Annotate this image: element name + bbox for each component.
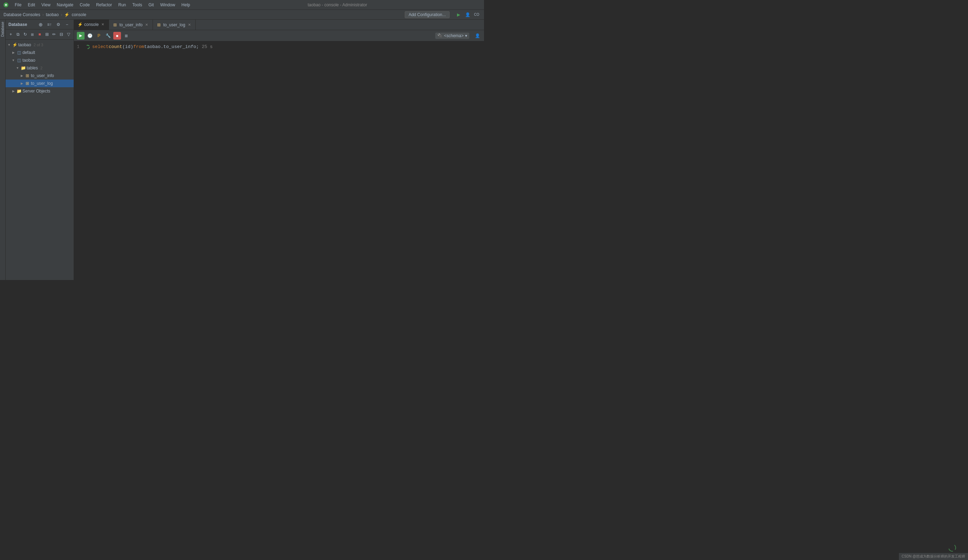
schema-arrow: ▾ [465, 33, 467, 38]
breadcrumb-taobao[interactable]: taobao [46, 12, 59, 17]
menu-bar: File Edit View Navigate Code Refactor Ru… [0, 0, 484, 10]
run-toolbar: ▶ 👤 CO [454, 11, 481, 18]
menu-run[interactable]: Run [115, 2, 129, 8]
db-datasource-icon[interactable]: ⊞ [30, 30, 36, 38]
db-pencil-icon[interactable]: ✏ [51, 30, 57, 38]
breadcrumb-database-consoles[interactable]: Database Consoles [3, 12, 40, 17]
menu-view[interactable]: View [38, 2, 53, 8]
db-settings-icon[interactable]: ⚙ [55, 21, 62, 28]
icon-to-user-log-table: ⊞ [25, 81, 30, 86]
tree-item-taobao-schema[interactable]: ▼ ◫ taobao [6, 56, 74, 64]
tab-console[interactable]: ⚡ console ✕ [74, 20, 109, 30]
menu-edit[interactable]: Edit [25, 2, 38, 8]
db-image-icon[interactable]: ⊟ [58, 30, 65, 38]
editor-tabs-bar: ⚡ console ✕ ⊞ to_user_info ✕ ⊞ to_user_l… [74, 20, 484, 30]
wrench-button[interactable]: 🔧 [104, 32, 112, 40]
arrow-default: ▶ [11, 50, 15, 55]
tree-label-default: default [22, 50, 35, 55]
tab-to-user-info-label: to_user_info [119, 22, 143, 27]
editor-area: ⚡ console ✕ ⊞ to_user_info ✕ ⊞ to_user_l… [74, 20, 484, 280]
profile-icon-button[interactable]: 👤 [464, 11, 471, 18]
icon-taobao-schema: ◫ [17, 58, 22, 63]
menu-help[interactable]: Help [179, 2, 193, 8]
app-icon [3, 2, 9, 8]
arrow-to-user-info: ▶ [20, 74, 24, 78]
schema-label: <schema> [444, 33, 464, 38]
icon-tables-folder: 📁 [21, 66, 26, 71]
svg-point-1 [86, 45, 90, 49]
code-fn-count: count [109, 44, 123, 50]
tab-to-user-log-close[interactable]: ✕ [187, 22, 192, 27]
menu-refactor[interactable]: Refactor [93, 2, 115, 8]
arrow-taobao-schema: ▼ [11, 58, 15, 63]
menu-window[interactable]: Window [157, 2, 178, 8]
db-refresh-icon[interactable]: ↻ [22, 30, 28, 38]
database-tree: ▼ ⚡ taobao 2 of 3 ▶ ◫ default ▼ ◫ taobao… [6, 40, 74, 280]
run-query-button[interactable]: ▶ [77, 32, 85, 40]
to-user-info-tab-icon: ⊞ [113, 22, 118, 27]
tree-item-to-user-log[interactable]: ▶ ⊞ to_user_log [6, 79, 74, 87]
db-filter-icon[interactable]: ▽ [66, 30, 72, 38]
tree-item-tables[interactable]: ▼ 📁 tables 2 [6, 64, 74, 72]
editor-toolbar: ▶ 🕐 P 🔧 ■ ≣ 🔌 <schema> ▾ 👤 [74, 30, 484, 41]
run-icon-button[interactable]: ▶ [454, 11, 462, 18]
running-indicator [85, 45, 92, 50]
db-copy-icon[interactable]: ⧉ [15, 30, 22, 38]
arrow-to-user-log: ▶ [20, 81, 24, 86]
menu-code[interactable]: Code [77, 2, 93, 8]
code-arg-id: id [125, 44, 131, 50]
tree-item-default[interactable]: ▶ ◫ default [6, 49, 74, 56]
to-user-log-tab-icon: ⊞ [156, 22, 161, 27]
icon-server-objects-folder: 📁 [17, 89, 22, 94]
console-tab-icon: ⚡ [78, 22, 83, 27]
user-profile-icon[interactable]: 👤 [474, 32, 481, 40]
editor-content[interactable]: 1 select count ( id ) from taobao.to_use… [74, 41, 484, 280]
tree-item-taobao-root[interactable]: ▼ ⚡ taobao 2 of 3 [6, 41, 74, 49]
add-configuration-button[interactable]: Add Configuration... [405, 11, 450, 18]
tree-item-server-objects[interactable]: ▶ 📁 Server Objects [6, 87, 74, 95]
breadcrumb-bar: Database Consoles › taobao › ⚡ console A… [0, 10, 484, 20]
code-keyword-select: select [92, 44, 109, 50]
user-icon-area: 👤 [474, 32, 481, 40]
menu-tools[interactable]: Tools [129, 2, 145, 8]
tree-badge-taobao: 2 of 3 [34, 43, 43, 47]
db-minimize-icon[interactable]: − [63, 21, 71, 28]
icon-default-schema: ◫ [17, 50, 22, 55]
code-table-ref: taobao.to_user_info [144, 44, 196, 50]
menu-navigate[interactable]: Navigate [54, 2, 76, 8]
tab-to-user-info-close[interactable]: ✕ [144, 22, 149, 27]
main-layout: Database Database ⊕ ≡↑ ⚙ − + ⧉ ↻ ⊞ ■ ⊞ ✏… [0, 20, 484, 280]
breadcrumb-console[interactable]: console [71, 12, 86, 17]
co-icon-button[interactable]: CO [473, 11, 481, 18]
table-view-button[interactable]: ≣ [123, 32, 130, 40]
tree-item-to-user-info[interactable]: ▶ ⊞ to_user_info [6, 72, 74, 79]
menu-git[interactable]: Git [146, 2, 156, 8]
db-table-icon[interactable]: ⊞ [44, 30, 50, 38]
tab-console-label: console [84, 22, 99, 27]
schema-icon: 🔌 [438, 33, 443, 38]
history-button[interactable]: 🕐 [86, 32, 94, 40]
icon-to-user-info-table: ⊞ [25, 73, 30, 78]
database-panel: Database ⊕ ≡↑ ⚙ − + ⧉ ↻ ⊞ ■ ⊞ ✏ ⊟ ▽ ▼ ⚡ … [6, 20, 74, 280]
tab-to-user-log[interactable]: ⊞ to_user_log ✕ [153, 20, 196, 30]
tree-label-tables: tables [27, 66, 38, 71]
breadcrumb-sep-1: › [42, 12, 44, 17]
profile-button[interactable]: P [95, 32, 103, 40]
tab-to-user-info[interactable]: ⊞ to_user_info ✕ [109, 20, 153, 30]
icon-taobao-datasource: ⚡ [12, 42, 17, 47]
db-header-icons: ⊕ ≡↑ ⚙ − [37, 21, 71, 28]
arrow-taobao: ▼ [7, 43, 11, 47]
db-collapse-icon[interactable]: ≡↑ [46, 21, 53, 28]
tree-label-taobao-schema: taobao [22, 58, 35, 63]
db-add-icon[interactable]: ⊕ [37, 21, 45, 28]
code-paren-close: ) [131, 44, 133, 50]
code-time: 25 s [202, 44, 212, 50]
tab-console-close[interactable]: ✕ [100, 22, 105, 27]
stop-query-button[interactable]: ■ [113, 32, 121, 40]
db-stop-icon[interactable]: ■ [36, 30, 43, 38]
sidebar-label[interactable]: Database [1, 20, 5, 39]
menu-file[interactable]: File [12, 2, 24, 8]
db-new-icon[interactable]: + [8, 30, 14, 38]
schema-dropdown[interactable]: 🔌 <schema> ▾ [435, 33, 469, 39]
tree-badge-tables: 2 [40, 66, 42, 70]
